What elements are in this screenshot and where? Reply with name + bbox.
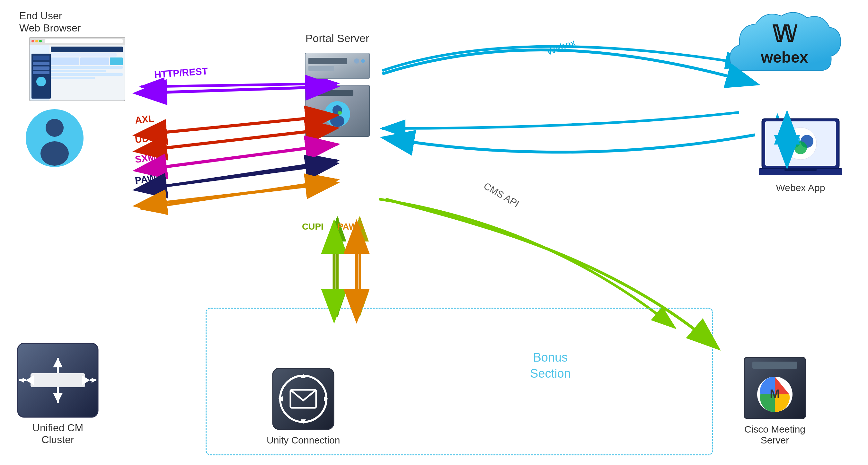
svg-line-94 [138, 183, 334, 206]
end-user-web-browser-node: End User Web Browser [19, 10, 135, 101]
card1 [51, 58, 79, 65]
svg-rect-49 [784, 167, 816, 171]
card3 [110, 58, 123, 65]
svg-line-20 [141, 145, 337, 170]
sidebar-item2 [33, 62, 50, 65]
browser-urlbar [45, 39, 123, 43]
svg-rect-58 [752, 362, 797, 369]
sidebar-item4 [33, 71, 50, 74]
svg-point-38 [330, 115, 344, 127]
svg-rect-35 [308, 90, 353, 96]
browser-dot-yellow [35, 40, 38, 42]
paws2-label: PAWS [337, 222, 363, 232]
svg-text:𝕎: 𝕎 [772, 22, 798, 46]
cupi-label: CUPI [302, 222, 323, 232]
sidebar-item3 [33, 66, 50, 70]
main-row3 [51, 70, 106, 72]
webex-arrow-label: Webex [545, 37, 577, 58]
svg-text:M: M [770, 387, 780, 401]
cms-api-label: CMS API [482, 181, 521, 209]
cms-svg: M [743, 356, 807, 420]
person-icon-node [26, 106, 84, 172]
portal-server-svg [302, 50, 373, 146]
cisco-meeting-label: Cisco Meeting Server [744, 424, 805, 446]
browser-person-icon [36, 77, 46, 86]
end-user-label: End User Web Browser [19, 10, 135, 34]
main-row5 [51, 77, 95, 79]
svg-text:webex: webex [761, 49, 808, 66]
uds-label: UDS [134, 132, 156, 145]
unity-connection-node: Unity Connection [267, 367, 340, 446]
webex-cloud-node: 𝕎 webex [720, 6, 849, 87]
svg-rect-62 [31, 373, 85, 387]
browser-sidebar [31, 54, 51, 99]
svg-line-21 [141, 161, 337, 189]
svg-point-39 [338, 111, 342, 115]
portal-server-label: Portal Server [306, 32, 369, 44]
svg-point-33 [361, 59, 365, 63]
http-rest-label: HTTP/REST [154, 65, 208, 80]
sidebar-item1 [33, 56, 50, 60]
browser-dot-green [39, 40, 42, 42]
main-row4 [51, 73, 123, 76]
bonus-section-label: Bonus Section [530, 350, 571, 381]
main-row2 [51, 66, 123, 69]
sxml-label: SXML [134, 151, 162, 165]
person-svg [26, 106, 84, 170]
svg-line-22 [141, 180, 337, 209]
svg-point-47 [794, 141, 807, 154]
webex-app-svg [759, 116, 842, 180]
main-row1 [51, 53, 117, 57]
card2 [80, 58, 109, 65]
unity-connection-svg [271, 367, 335, 431]
svg-point-27 [45, 119, 64, 137]
browser-screenshot [29, 37, 125, 101]
unified-cm-label: Unified CM Cluster [32, 422, 83, 446]
cisco-meeting-server-node: M Cisco Meeting Server [743, 356, 807, 446]
browser-titlebar [30, 38, 125, 44]
svg-rect-30 [308, 58, 347, 64]
svg-line-92 [138, 145, 334, 170]
svg-line-93 [138, 164, 334, 189]
browser-main-area [49, 44, 125, 100]
browser-body [30, 44, 125, 100]
webex-app-node: Webex App [759, 116, 842, 193]
unified-cm-svg [16, 342, 100, 419]
unified-cm-node: Unified CM Cluster [16, 342, 100, 446]
paws-label: PAWS [134, 172, 163, 186]
svg-rect-31 [308, 66, 334, 71]
browser-dot-red [31, 40, 34, 42]
webex-app-label: Webex App [776, 182, 825, 193]
main-cards [51, 58, 123, 65]
webex-cloud-svg: 𝕎 webex [723, 6, 845, 87]
axl-label: AXL [134, 113, 155, 126]
svg-point-32 [354, 58, 359, 64]
main-header-bar [51, 46, 123, 52]
diagram-container: { "title": "Architecture Diagram", "node… [0, 0, 868, 465]
svg-point-28 [40, 141, 69, 166]
unity-connection-label: Unity Connection [267, 435, 340, 446]
portal-server-node: Portal Server [302, 32, 373, 146]
